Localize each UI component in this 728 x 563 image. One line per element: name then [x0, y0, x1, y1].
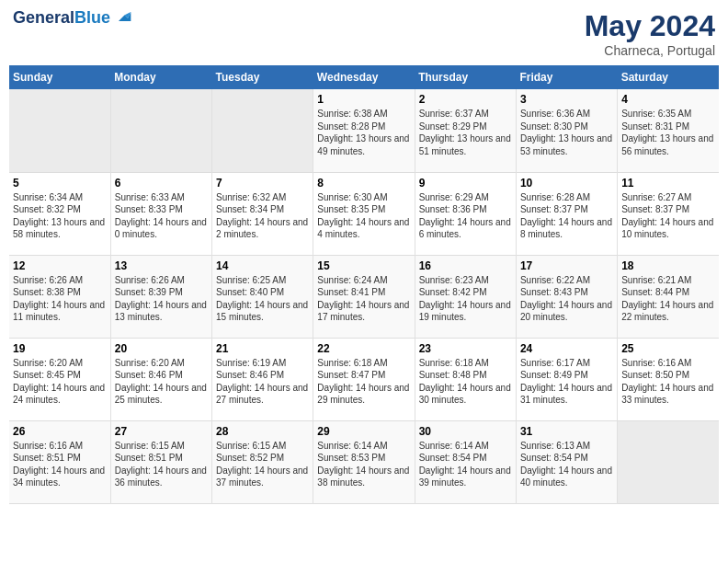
day-number: 6: [115, 177, 208, 190]
sunset-text: Sunset: 8:33 PM: [115, 203, 208, 216]
sunrise-text: Sunrise: 6:25 AM: [216, 274, 309, 287]
calendar-cell: 9Sunrise: 6:29 AMSunset: 8:36 PMDaylight…: [415, 172, 516, 255]
day-number: 19: [13, 342, 107, 355]
daylight-text: Daylight: 14 hours and 13 minutes.: [115, 299, 208, 324]
cell-info: Sunrise: 6:14 AMSunset: 8:53 PMDaylight:…: [317, 440, 410, 489]
sunrise-text: Sunrise: 6:34 AM: [13, 191, 107, 204]
day-number: 5: [13, 177, 107, 190]
column-header-monday: Monday: [110, 65, 211, 89]
page-header: GeneralBlue May 2024 Charneca, Portugal: [9, 9, 719, 58]
sunrise-text: Sunrise: 6:32 AM: [216, 191, 309, 204]
sunrise-text: Sunrise: 6:13 AM: [520, 440, 613, 453]
cell-info: Sunrise: 6:13 AMSunset: 8:54 PMDaylight:…: [520, 440, 613, 489]
column-header-saturday: Saturday: [618, 65, 719, 89]
cell-info: Sunrise: 6:27 AMSunset: 8:37 PMDaylight:…: [621, 191, 715, 241]
sunset-text: Sunset: 8:50 PM: [621, 369, 715, 382]
cell-info: Sunrise: 6:32 AMSunset: 8:34 PMDaylight:…: [216, 191, 309, 241]
daylight-text: Daylight: 14 hours and 25 minutes.: [115, 382, 208, 407]
cell-info: Sunrise: 6:15 AMSunset: 8:52 PMDaylight:…: [216, 440, 309, 489]
sunset-text: Sunset: 8:37 PM: [520, 203, 613, 216]
sunrise-text: Sunrise: 6:29 AM: [419, 191, 512, 204]
sunset-text: Sunset: 8:41 PM: [317, 286, 410, 299]
daylight-text: Daylight: 14 hours and 24 minutes.: [13, 382, 107, 407]
day-number: 21: [216, 342, 309, 355]
cell-info: Sunrise: 6:24 AMSunset: 8:41 PMDaylight:…: [317, 274, 410, 324]
calendar-cell: [212, 89, 313, 172]
calendar-week-row: 5Sunrise: 6:34 AMSunset: 8:32 PMDaylight…: [9, 172, 719, 255]
column-header-thursday: Thursday: [415, 65, 516, 89]
sunrise-text: Sunrise: 6:30 AM: [317, 191, 410, 204]
cell-info: Sunrise: 6:26 AMSunset: 8:39 PMDaylight:…: [115, 274, 208, 324]
sunset-text: Sunset: 8:40 PM: [216, 286, 309, 299]
sunset-text: Sunset: 8:30 PM: [520, 121, 613, 133]
daylight-text: Daylight: 14 hours and 15 minutes.: [216, 299, 309, 324]
daylight-text: Daylight: 14 hours and 34 minutes.: [13, 465, 107, 489]
daylight-text: Daylight: 14 hours and 8 minutes.: [520, 216, 613, 241]
daylight-text: Daylight: 13 hours and 56 minutes.: [621, 132, 715, 157]
calendar-cell: [618, 420, 719, 503]
calendar-cell: 27Sunrise: 6:15 AMSunset: 8:51 PMDayligh…: [110, 420, 211, 503]
calendar-cell: 5Sunrise: 6:34 AMSunset: 8:32 PMDaylight…: [9, 172, 110, 255]
sunrise-text: Sunrise: 6:16 AM: [621, 357, 715, 370]
calendar-cell: 26Sunrise: 6:16 AMSunset: 8:51 PMDayligh…: [9, 420, 110, 503]
day-number: 23: [419, 342, 512, 355]
cell-info: Sunrise: 6:20 AMSunset: 8:46 PMDaylight:…: [115, 357, 208, 407]
sunset-text: Sunset: 8:39 PM: [115, 286, 208, 299]
day-number: 1: [317, 93, 410, 106]
day-number: 25: [621, 342, 715, 355]
cell-info: Sunrise: 6:14 AMSunset: 8:54 PMDaylight:…: [419, 440, 512, 489]
sunrise-text: Sunrise: 6:15 AM: [216, 440, 309, 453]
daylight-text: Daylight: 14 hours and 37 minutes.: [216, 465, 309, 489]
sunrise-text: Sunrise: 6:15 AM: [115, 440, 208, 453]
calendar-cell: 31Sunrise: 6:13 AMSunset: 8:54 PMDayligh…: [516, 420, 617, 503]
calendar-week-row: 1Sunrise: 6:38 AMSunset: 8:28 PMDaylight…: [9, 89, 719, 172]
sunrise-text: Sunrise: 6:38 AM: [317, 108, 410, 121]
cell-info: Sunrise: 6:36 AMSunset: 8:30 PMDaylight:…: [520, 108, 613, 157]
sunrise-text: Sunrise: 6:18 AM: [419, 357, 512, 370]
cell-info: Sunrise: 6:33 AMSunset: 8:33 PMDaylight:…: [115, 191, 208, 241]
sunset-text: Sunset: 8:36 PM: [419, 203, 512, 216]
sunset-text: Sunset: 8:32 PM: [13, 203, 107, 216]
calendar-cell: 19Sunrise: 6:20 AMSunset: 8:45 PMDayligh…: [9, 338, 110, 420]
sunrise-text: Sunrise: 6:21 AM: [621, 274, 715, 287]
daylight-text: Daylight: 14 hours and 11 minutes.: [13, 299, 107, 324]
day-number: 26: [13, 425, 107, 438]
calendar-cell: 10Sunrise: 6:28 AMSunset: 8:37 PMDayligh…: [516, 172, 617, 255]
sunset-text: Sunset: 8:35 PM: [317, 203, 410, 216]
daylight-text: Daylight: 13 hours and 58 minutes.: [13, 216, 107, 241]
daylight-text: Daylight: 14 hours and 40 minutes.: [520, 465, 613, 489]
column-header-tuesday: Tuesday: [212, 65, 313, 89]
sunset-text: Sunset: 8:42 PM: [419, 286, 512, 299]
cell-info: Sunrise: 6:21 AMSunset: 8:44 PMDaylight:…: [621, 274, 715, 324]
daylight-text: Daylight: 13 hours and 53 minutes.: [520, 132, 613, 157]
day-number: 17: [520, 259, 613, 272]
sunset-text: Sunset: 8:43 PM: [520, 286, 613, 299]
cell-info: Sunrise: 6:20 AMSunset: 8:45 PMDaylight:…: [13, 357, 107, 407]
daylight-text: Daylight: 14 hours and 29 minutes.: [317, 382, 410, 407]
cell-info: Sunrise: 6:22 AMSunset: 8:43 PMDaylight:…: [520, 274, 613, 324]
calendar-header-row: SundayMondayTuesdayWednesdayThursdayFrid…: [9, 65, 719, 89]
calendar-cell: 6Sunrise: 6:33 AMSunset: 8:33 PMDaylight…: [110, 172, 211, 255]
calendar-week-row: 26Sunrise: 6:16 AMSunset: 8:51 PMDayligh…: [9, 420, 719, 503]
logo-text: GeneralBlue: [13, 9, 110, 28]
daylight-text: Daylight: 14 hours and 39 minutes.: [419, 465, 512, 489]
month-title: May 2024: [585, 9, 715, 43]
day-number: 18: [621, 259, 715, 272]
daylight-text: Daylight: 14 hours and 0 minutes.: [115, 216, 208, 241]
cell-info: Sunrise: 6:15 AMSunset: 8:51 PMDaylight:…: [115, 440, 208, 489]
sunset-text: Sunset: 8:48 PM: [419, 369, 512, 382]
calendar-week-row: 19Sunrise: 6:20 AMSunset: 8:45 PMDayligh…: [9, 338, 719, 420]
calendar-cell: 18Sunrise: 6:21 AMSunset: 8:44 PMDayligh…: [618, 255, 719, 338]
logo: GeneralBlue: [13, 9, 132, 28]
day-number: 13: [115, 259, 208, 272]
daylight-text: Daylight: 14 hours and 4 minutes.: [317, 216, 410, 241]
day-number: 20: [115, 342, 208, 355]
day-number: 3: [520, 93, 613, 106]
day-number: 12: [13, 259, 107, 272]
cell-info: Sunrise: 6:28 AMSunset: 8:37 PMDaylight:…: [520, 191, 613, 241]
calendar-cell: 2Sunrise: 6:37 AMSunset: 8:29 PMDaylight…: [415, 89, 516, 172]
sunrise-text: Sunrise: 6:17 AM: [520, 357, 613, 370]
daylight-text: Daylight: 14 hours and 17 minutes.: [317, 299, 410, 324]
cell-info: Sunrise: 6:37 AMSunset: 8:29 PMDaylight:…: [419, 108, 512, 157]
calendar-cell: [9, 89, 110, 172]
